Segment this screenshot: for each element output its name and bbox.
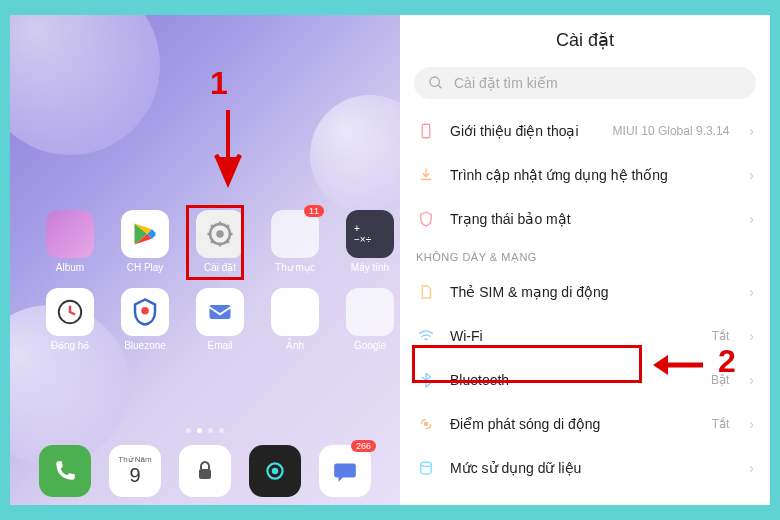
search-input[interactable]: Cài đặt tìm kiếm — [414, 67, 756, 99]
settings-item-sim[interactable]: Thẻ SIM & mạng di động › — [400, 270, 770, 314]
svg-rect-4 — [210, 305, 231, 319]
arrow-left-icon — [648, 350, 708, 384]
phone-icon — [416, 121, 436, 141]
svg-point-7 — [272, 468, 279, 475]
dock-phone[interactable] — [39, 445, 91, 497]
svg-rect-5 — [199, 469, 211, 479]
settings-item-hotspot[interactable]: Điểm phát sóng di động Tắt › — [400, 402, 770, 446]
search-icon — [428, 75, 444, 91]
chevron-right-icon: › — [749, 211, 754, 227]
annotation-step-2: 2 — [718, 343, 736, 380]
chevron-right-icon: › — [749, 416, 754, 432]
update-icon — [416, 165, 436, 185]
app-email[interactable]: Email — [190, 288, 250, 351]
wifi-icon — [416, 326, 436, 346]
settings-item-security[interactable]: Trạng thái bảo mật › — [400, 197, 770, 241]
svg-point-11 — [421, 462, 432, 467]
home-screen: 1 Album CH Play Cài đặt 11 Thư mục — [10, 15, 400, 505]
app-chplay[interactable]: CH Play — [115, 210, 175, 273]
svg-rect-9 — [422, 124, 430, 138]
sim-icon — [416, 282, 436, 302]
settings-item-update[interactable]: Trình cập nhật ứng dụng hệ thống › — [400, 153, 770, 197]
chevron-right-icon: › — [749, 123, 754, 139]
app-bluezone[interactable]: Bluezone — [115, 288, 175, 351]
chevron-right-icon: › — [749, 328, 754, 344]
page-title: Cài đặt — [400, 15, 770, 61]
highlight-bluetooth — [412, 345, 642, 383]
section-wireless: KHÔNG DÂY & MẠNG — [400, 241, 770, 270]
svg-point-8 — [430, 77, 439, 86]
chevron-right-icon: › — [749, 460, 754, 476]
dock-lock[interactable] — [179, 445, 231, 497]
app-album[interactable]: Album — [40, 210, 100, 273]
svg-point-10 — [424, 422, 429, 427]
data-icon — [416, 458, 436, 478]
page-indicator — [10, 428, 400, 433]
settings-list: Giới thiệu điện thoại MIUI 10 Global 9.3… — [400, 109, 770, 505]
chevron-right-icon: › — [749, 167, 754, 183]
hotspot-icon — [416, 414, 436, 434]
dock-calendar[interactable]: Thứ Năm9 — [109, 445, 161, 497]
app-clock[interactable]: Đồng hồ — [40, 288, 100, 351]
shield-icon — [416, 209, 436, 229]
app-google-folder[interactable]: Google — [340, 288, 400, 351]
app-calculator[interactable]: +−×÷ Máy tính — [340, 210, 400, 273]
dock: Thứ Năm9 266 — [10, 445, 400, 497]
highlight-settings-app — [186, 205, 244, 280]
app-folder[interactable]: 11 Thư mục — [265, 210, 325, 273]
annotation-step-1: 1 — [210, 65, 228, 102]
dock-messages[interactable]: 266 — [319, 445, 371, 497]
svg-point-3 — [141, 307, 149, 315]
settings-item-about[interactable]: Giới thiệu điện thoại MIUI 10 Global 9.3… — [400, 109, 770, 153]
dock-camera[interactable] — [249, 445, 301, 497]
chevron-right-icon: › — [749, 284, 754, 300]
chevron-right-icon: › — [749, 372, 754, 388]
arrow-down-icon — [208, 105, 248, 199]
settings-screen: Cài đặt Cài đặt tìm kiếm Giới thiệu điện… — [400, 15, 770, 505]
app-photos[interactable]: Ảnh — [265, 288, 325, 351]
settings-item-data[interactable]: Mức sử dụng dữ liệu › — [400, 446, 770, 490]
